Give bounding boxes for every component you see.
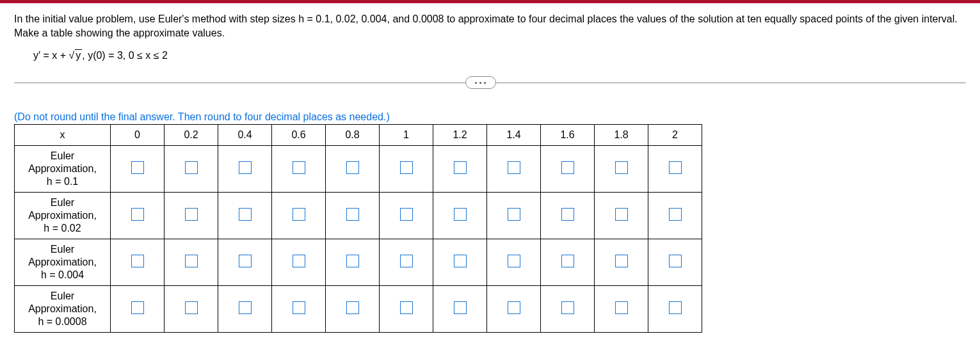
row-label-line2: Approximation, <box>28 257 97 267</box>
answer-input[interactable] <box>508 161 520 174</box>
answer-input[interactable] <box>131 208 144 221</box>
sqrt-symbol: √ <box>68 50 74 61</box>
answer-input[interactable] <box>508 255 520 267</box>
x-col-3: 0.6 <box>272 125 326 146</box>
x-col-4: 0.8 <box>326 125 380 146</box>
x-col-8: 1.6 <box>541 125 595 146</box>
answer-input[interactable] <box>346 208 359 221</box>
row-label-line1: Euler <box>51 290 74 301</box>
answer-input[interactable] <box>561 208 574 221</box>
row-label-line1: Euler <box>51 197 74 208</box>
answer-input[interactable] <box>131 301 144 314</box>
answer-input[interactable] <box>293 301 305 314</box>
x-col-5: 1 <box>380 125 433 146</box>
answer-input[interactable] <box>508 208 520 221</box>
answer-input[interactable] <box>131 161 144 174</box>
x-col-1: 0.2 <box>165 125 218 146</box>
answer-input[interactable] <box>185 208 198 221</box>
sqrt-radicand: y <box>75 49 82 61</box>
answer-input[interactable] <box>239 208 252 221</box>
row-label-line3: h = 0.02 <box>44 223 81 234</box>
dots-icon <box>475 82 477 84</box>
x-col-7: 1.4 <box>487 125 541 146</box>
answer-input[interactable] <box>239 255 252 267</box>
row-label-h00008: Euler Approximation, h = 0.0008 <box>15 286 111 333</box>
row-label-line2: Approximation, <box>28 163 97 174</box>
table-row: Euler Approximation, h = 0.004 <box>15 239 702 286</box>
answer-input[interactable] <box>293 255 305 267</box>
euler-table: x 0 0.2 0.4 0.6 0.8 1 1.2 1.4 1.6 1.8 2 … <box>14 124 702 333</box>
x-col-2: 0.4 <box>218 125 272 146</box>
row-label-h01: Euler Approximation, h = 0.1 <box>15 146 111 193</box>
answer-input[interactable] <box>293 208 305 221</box>
answer-input[interactable] <box>669 255 682 267</box>
row-label-line1: Euler <box>51 150 74 161</box>
answer-input[interactable] <box>669 301 682 314</box>
table-row: Euler Approximation, h = 0.1 <box>15 146 702 193</box>
answer-input[interactable] <box>615 255 628 267</box>
expand-button[interactable] <box>465 76 496 89</box>
rounding-instruction: (Do not round until the final answer. Th… <box>14 111 966 123</box>
answer-input[interactable] <box>185 255 198 267</box>
answer-input[interactable] <box>346 161 359 174</box>
answer-input[interactable] <box>454 161 467 174</box>
x-col-10: 2 <box>648 125 702 146</box>
table-body: Euler Approximation, h = 0.1 Euler <box>15 146 702 333</box>
dots-icon <box>484 82 486 84</box>
answer-input[interactable] <box>293 161 305 174</box>
eq-part2: , y(0) = 3, 0 ≤ x ≤ 2 <box>82 50 168 61</box>
row-label-h0004: Euler Approximation, h = 0.004 <box>15 239 111 286</box>
answer-input[interactable] <box>400 301 413 314</box>
answer-input[interactable] <box>561 161 574 174</box>
row-label-line3: h = 0.1 <box>47 176 78 187</box>
divider-row <box>14 74 966 92</box>
answer-input[interactable] <box>346 301 359 314</box>
answer-input[interactable] <box>615 161 628 174</box>
answer-input[interactable] <box>669 161 682 174</box>
answer-input[interactable] <box>185 161 198 174</box>
equation: y′ = x + √y, y(0) = 3, 0 ≤ x ≤ 2 <box>14 49 966 70</box>
row-label-line1: Euler <box>51 244 74 255</box>
answer-input[interactable] <box>561 301 574 314</box>
table-row: Euler Approximation, h = 0.0008 <box>15 286 702 333</box>
x-col-9: 1.8 <box>595 125 648 146</box>
row-label-line3: h = 0.0008 <box>38 316 86 327</box>
answer-input[interactable] <box>400 161 413 174</box>
prompt-text: In the initial value problem, use Euler'… <box>14 13 958 38</box>
row-label-h002: Euler Approximation, h = 0.02 <box>15 193 111 239</box>
answer-input[interactable] <box>400 208 413 221</box>
answer-input[interactable] <box>131 255 144 267</box>
header-x: x <box>15 125 111 146</box>
row-label-line2: Approximation, <box>28 303 97 314</box>
answer-input[interactable] <box>561 255 574 267</box>
answer-input[interactable] <box>346 255 359 267</box>
table-row: Euler Approximation, h = 0.02 <box>15 193 702 239</box>
x-col-0: 0 <box>111 125 165 146</box>
x-col-6: 1.2 <box>433 125 487 146</box>
problem-prompt: In the initial value problem, use Euler'… <box>14 12 966 40</box>
answer-input[interactable] <box>454 301 467 314</box>
sqrt-overline: y <box>74 50 82 61</box>
content-area: In the initial value problem, use Euler'… <box>0 3 980 345</box>
dots-icon <box>479 82 481 84</box>
answer-input[interactable] <box>185 301 198 314</box>
answer-input[interactable] <box>454 255 467 267</box>
table-header-row: x 0 0.2 0.4 0.6 0.8 1 1.2 1.4 1.6 1.8 2 <box>15 125 702 146</box>
eq-part1: y′ = x + <box>33 50 68 61</box>
answer-input[interactable] <box>669 208 682 221</box>
answer-input[interactable] <box>400 255 413 267</box>
answer-input[interactable] <box>239 301 252 314</box>
answer-input[interactable] <box>508 301 520 314</box>
answer-input[interactable] <box>454 208 467 221</box>
answer-input[interactable] <box>239 161 252 174</box>
row-label-line3: h = 0.004 <box>41 269 84 280</box>
answer-input[interactable] <box>615 208 628 221</box>
row-label-line2: Approximation, <box>28 210 97 221</box>
answer-input[interactable] <box>615 301 628 314</box>
